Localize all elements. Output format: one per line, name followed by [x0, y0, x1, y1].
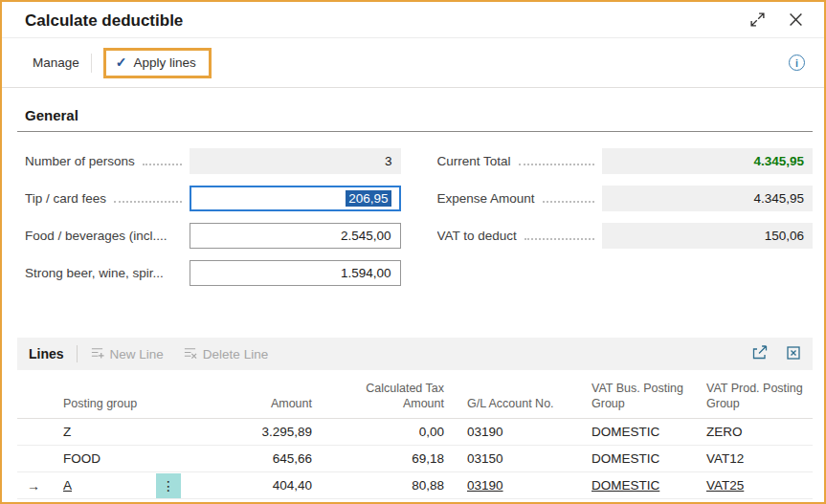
lines-toolbar: Lines New Line Delete Line	[17, 338, 813, 370]
titlebar: Calculate deductible	[2, 2, 824, 38]
delete-line-label: Delete Line	[203, 347, 268, 362]
header-posting-group[interactable]: Posting group	[59, 397, 182, 412]
fields-right-column: Current Total 4.345,95 Expense Amount 4.…	[437, 146, 814, 296]
cell-gl-account-no: 03190	[456, 425, 572, 439]
field-label-text: Food / beverages (incl....	[25, 229, 167, 243]
lines-heading: Lines	[29, 346, 64, 362]
field-label-text: Current Total	[437, 154, 511, 168]
header-gl-account-no[interactable]: G/L Account No.	[456, 397, 572, 412]
toolbar-separator	[91, 54, 92, 73]
cell-amount: 645,66	[182, 451, 324, 466]
new-line-label: New Line	[110, 347, 164, 362]
cell-vat-prod-posting-group: VAT25	[687, 478, 813, 493]
selected-row-arrow-icon: →	[27, 478, 40, 493]
row-options-button[interactable]: ⋮	[156, 473, 181, 498]
field-label: VAT to deduct	[437, 229, 602, 243]
header-calculated-tax-amount[interactable]: Calculated Tax Amount	[324, 382, 456, 411]
apply-lines-label: Apply lines	[134, 55, 196, 70]
cell-calculated-tax-amount: 69,18	[324, 451, 456, 466]
dotted-leader	[114, 201, 182, 203]
ellipsis-vertical-icon: ⋮	[162, 479, 175, 493]
field-label: Number of persons	[25, 154, 190, 168]
cell-posting-group: FOOD	[59, 451, 182, 466]
selected-text: 206,95	[346, 190, 391, 207]
page-title: Calculate deductible	[25, 11, 726, 31]
dotted-leader	[543, 201, 594, 203]
field-label-text: Number of persons	[25, 154, 135, 168]
field-vat-to-deduct: VAT to deduct 150,06	[437, 221, 814, 250]
close-icon	[789, 12, 803, 30]
header-vat-bus-posting-group[interactable]: VAT Bus. Posting Group	[572, 382, 687, 411]
header-amount[interactable]: Amount	[182, 397, 324, 412]
share-button[interactable]	[751, 345, 769, 363]
close-button[interactable]	[789, 12, 803, 30]
vat-bus-posting-group-link[interactable]: DOMESTIC	[592, 478, 659, 493]
field-label: Tip / card fees	[25, 191, 190, 206]
cell-vat-prod-posting-group: VAT12	[687, 451, 813, 466]
cell-gl-account-no: 03150	[456, 451, 572, 466]
posting-group-link[interactable]: A	[63, 478, 72, 493]
food-beverages-input[interactable]: 2.545,00	[190, 223, 401, 249]
manage-menu[interactable]: Manage	[33, 55, 79, 70]
dotted-leader	[143, 164, 182, 165]
strong-beer-wine-input[interactable]: 1.594,00	[190, 260, 401, 286]
expense-amount-value: 4.345,95	[602, 186, 814, 211]
table-row[interactable]: FOOD 645,66 69,18 03150 DOMESTIC VAT12	[17, 446, 813, 472]
gl-account-link[interactable]: 03190	[467, 478, 503, 493]
cell-calculated-tax-amount: 80,88	[324, 478, 456, 493]
vat-to-deduct-value: 150,06	[602, 223, 814, 249]
cell-vat-prod-posting-group: ZERO	[687, 425, 813, 439]
cell-posting-group: Z	[59, 425, 182, 439]
row-indicator: →	[17, 478, 59, 493]
field-tip-card-fees: Tip / card fees 206,95	[25, 184, 401, 212]
field-current-total: Current Total 4.345,95	[437, 146, 814, 175]
general-fields: Number of persons 3 Tip / card fees 206,…	[25, 146, 813, 296]
calculate-deductible-dialog: Calculate deductible Manage ✓ Apply line…	[0, 0, 826, 504]
dotted-leader	[525, 238, 594, 240]
expand-icon	[749, 11, 766, 31]
tip-card-fees-input[interactable]: 206,95	[190, 186, 401, 211]
cell-posting-group: A ⋮	[59, 473, 182, 498]
cell-amount: 3.295,89	[182, 425, 324, 439]
field-label-text: Strong beer, wine, spir...	[25, 266, 164, 280]
general-heading: General	[17, 103, 813, 132]
new-line-button[interactable]: New Line	[90, 345, 164, 362]
field-food-beverages: Food / beverages (incl.... 2.545,00	[25, 221, 401, 250]
number-of-persons-value: 3	[190, 148, 401, 174]
table-header-row: Posting group Amount Calculated Tax Amou…	[17, 370, 813, 419]
cell-vat-bus-posting-group: DOMESTIC	[572, 451, 687, 466]
general-section: General Number of persons 3 Tip / card f…	[17, 103, 813, 296]
lines-table: Posting group Amount Calculated Tax Amou…	[17, 370, 813, 499]
delete-line-button[interactable]: Delete Line	[183, 345, 268, 362]
field-label-text: Expense Amount	[437, 191, 535, 206]
cell-amount: 404,40	[182, 478, 324, 493]
open-in-excel-button[interactable]	[786, 345, 801, 363]
field-label: Strong beer, wine, spir...	[25, 266, 190, 280]
expand-button[interactable]	[749, 11, 766, 31]
info-button[interactable]: i	[789, 55, 805, 71]
field-number-of-persons: Number of persons 3	[25, 146, 401, 175]
header-vat-prod-posting-group[interactable]: VAT Prod. Posting Group	[687, 382, 813, 411]
field-label: Expense Amount	[437, 191, 602, 206]
field-label-text: Tip / card fees	[25, 191, 106, 206]
share-icon	[751, 345, 769, 363]
current-total-value: 4.345,95	[602, 148, 814, 174]
delete-line-icon	[183, 345, 197, 362]
lines-toolbar-separator	[77, 345, 78, 362]
table-row-selected[interactable]: → A ⋮ 404,40 80,88 03190 DOMESTIC VAT25	[17, 472, 813, 499]
apply-lines-button[interactable]: ✓ Apply lines	[103, 48, 212, 78]
field-expense-amount: Expense Amount 4.345,95	[437, 184, 814, 212]
lines-bar-icons	[751, 345, 801, 363]
open-in-excel-icon	[786, 345, 801, 363]
field-label: Current Total	[437, 154, 602, 168]
cell-calculated-tax-amount: 0,00	[324, 425, 456, 439]
cell-gl-account-no: 03190	[456, 478, 572, 493]
table-row[interactable]: Z 3.295,89 0,00 03190 DOMESTIC ZERO	[17, 419, 813, 446]
field-strong-beer-wine: Strong beer, wine, spir... 1.594,00	[25, 258, 401, 287]
action-toolbar: Manage ✓ Apply lines i	[2, 38, 824, 88]
cell-vat-bus-posting-group: DOMESTIC	[572, 478, 687, 493]
dotted-leader	[519, 164, 594, 165]
check-icon: ✓	[116, 55, 127, 69]
vat-prod-posting-group-link[interactable]: VAT25	[706, 478, 744, 493]
field-label: Food / beverages (incl....	[25, 229, 190, 243]
